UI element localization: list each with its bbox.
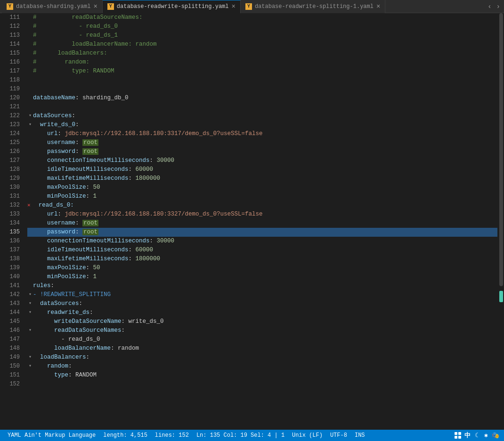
- code-line-151: type: RANDOM: [27, 371, 497, 380]
- line-numbers: 1111121131141151161171181191201211221231…: [0, 13, 24, 430]
- tab-database-readwrite[interactable]: Y database-readwrite-splitting.yaml ×: [103, 0, 241, 13]
- svg-rect-2: [455, 436, 457, 439]
- line-number-124: 124: [0, 129, 20, 138]
- status-extra[interactable]: INS: [351, 430, 369, 441]
- line-number-148: 148: [0, 344, 20, 353]
- status-icon-settings[interactable]: ✱: [481, 431, 491, 440]
- tab-close-3[interactable]: ×: [376, 3, 380, 10]
- line-number-121: 121: [0, 103, 20, 112]
- line-number-116: 116: [0, 58, 20, 67]
- code-line-116: # random:: [27, 58, 497, 67]
- line-number-134: 134: [0, 219, 20, 228]
- status-encoding[interactable]: UTF-8: [326, 430, 351, 441]
- code-line-152: [27, 380, 497, 389]
- line-number-146: 146: [0, 326, 20, 335]
- status-icon-grid[interactable]: [453, 431, 463, 440]
- status-line-end[interactable]: Unix (LF): [288, 430, 326, 441]
- code-line-132: ✕ read_ds_0:: [27, 201, 497, 210]
- tab-bar: Y database-sharding.yaml × Y database-re…: [0, 0, 504, 13]
- status-icon-plugin[interactable]: 🎭: [491, 431, 500, 440]
- line-number-128: 128: [0, 165, 20, 174]
- fold-marker-123[interactable]: ▾: [27, 122, 33, 128]
- code-line-150: ▾ random:: [27, 362, 497, 371]
- fold-marker-150[interactable]: ▾: [27, 363, 33, 369]
- status-length[interactable]: length: 4,515: [99, 430, 151, 441]
- code-line-123: ▾ write_ds_0:: [27, 120, 497, 129]
- code-line-147: - read_ds_0: [27, 335, 497, 344]
- line-number-111: 111: [0, 13, 20, 22]
- yaml-icon-3: Y: [245, 3, 252, 10]
- code-line-118: [27, 76, 497, 85]
- status-right-icons: 中 ☾ ✱ 🎭: [453, 431, 500, 440]
- tab-label-3: database-readwrite-splitting-1.yaml: [255, 3, 374, 10]
- line-number-113: 113: [0, 31, 20, 40]
- code-line-141: rules:: [27, 281, 497, 290]
- line-number-115: 115: [0, 49, 20, 58]
- line-number-139: 139: [0, 264, 20, 273]
- code-line-148: loadBalancerName: random: [27, 344, 497, 353]
- fold-marker-142[interactable]: ▾: [27, 292, 33, 297]
- line-number-114: 114: [0, 40, 20, 49]
- line-number-118: 118: [0, 76, 20, 85]
- tab-close-2[interactable]: ×: [231, 3, 235, 10]
- fold-marker-143[interactable]: ▾: [27, 301, 33, 306]
- yaml-icon-1: Y: [7, 3, 13, 10]
- code-line-131: minPoolSize: 1: [27, 192, 497, 201]
- status-ln-col[interactable]: Ln: 135 Col: 19 Sel: 4 | 1: [193, 430, 288, 441]
- line-number-135: 135: [0, 228, 20, 237]
- fold-marker-149[interactable]: ▾: [27, 354, 33, 360]
- line-number-131: 131: [0, 192, 20, 201]
- line-number-137: 137: [0, 246, 20, 255]
- tab-arrow-right[interactable]: ›: [495, 2, 502, 11]
- code-line-111: # readDataSourceNames:: [27, 13, 497, 22]
- code-line-137: idleTimeoutMilliseconds: 60000: [27, 246, 497, 255]
- fold-marker-144[interactable]: ▾: [27, 310, 33, 315]
- tab-database-sharding[interactable]: Y database-sharding.yaml ×: [2, 0, 103, 13]
- svg-rect-1: [458, 432, 461, 435]
- code-line-133: url: jdbc:mysql://192.168.188.180:3327/d…: [27, 210, 497, 219]
- code-line-120: databaseName: sharding_db_0: [27, 94, 497, 103]
- line-number-150: 150: [0, 362, 20, 371]
- fold-marker-122[interactable]: ▾: [27, 113, 33, 119]
- code-line-129: maxLifetimeMilliseconds: 1800000: [27, 174, 497, 183]
- status-icon-zh[interactable]: 中: [463, 431, 472, 440]
- line-number-151: 151: [0, 371, 20, 380]
- line-number-130: 130: [0, 183, 20, 192]
- code-line-140: minPoolSize: 1: [27, 273, 497, 281]
- status-language[interactable]: YAML Ain't Markup Language: [4, 430, 99, 441]
- line-number-142: 142: [0, 290, 20, 299]
- code-line-149: ▾ loadBalancers:: [27, 353, 497, 362]
- tab-label-2: database-readwrite-splitting.yaml: [117, 3, 229, 10]
- code-line-124: url: jdbc:mysql://192.168.188.180:3317/d…: [27, 129, 497, 138]
- scrollbar-highlight: [499, 291, 503, 302]
- code-area[interactable]: # readDataSourceNames:# - read_ds_0# - r…: [24, 13, 497, 430]
- line-number-144: 144: [0, 308, 20, 317]
- line-number-147: 147: [0, 335, 20, 344]
- line-number-136: 136: [0, 237, 20, 246]
- status-icon-moon[interactable]: ☾: [472, 431, 481, 440]
- scrollbar-thumb[interactable]: [499, 13, 503, 286]
- code-line-121: [27, 103, 497, 112]
- code-line-112: # - read_ds_0: [27, 22, 497, 31]
- tab-arrow-left[interactable]: ‹: [486, 2, 493, 11]
- code-line-138: maxLifetimeMilliseconds: 1800000: [27, 255, 497, 264]
- status-lines[interactable]: lines: 152: [151, 430, 193, 441]
- fold-marker-146[interactable]: ▾: [27, 328, 33, 333]
- code-line-127: connectionTimeoutMilliseconds: 30000: [27, 156, 497, 165]
- line-number-117: 117: [0, 67, 20, 76]
- line-number-138: 138: [0, 255, 20, 264]
- line-number-120: 120: [0, 94, 20, 103]
- line-number-143: 143: [0, 299, 20, 308]
- svg-rect-0: [455, 432, 457, 435]
- line-number-152: 152: [0, 380, 20, 389]
- scrollbar-track[interactable]: [497, 13, 504, 430]
- code-line-143: ▾ dataSources:: [27, 299, 497, 308]
- code-line-130: maxPoolSize: 50: [27, 183, 497, 192]
- code-line-139: maxPoolSize: 50: [27, 264, 497, 273]
- tab-database-readwrite-1[interactable]: Y database-readwrite-splitting-1.yaml ×: [241, 0, 385, 13]
- line-number-123: 123: [0, 120, 20, 129]
- tab-close-1[interactable]: ×: [93, 3, 97, 10]
- code-line-119: [27, 85, 497, 94]
- code-line-145: writeDataSourceName: write_ds_0: [27, 317, 497, 326]
- line-number-133: 133: [0, 210, 20, 219]
